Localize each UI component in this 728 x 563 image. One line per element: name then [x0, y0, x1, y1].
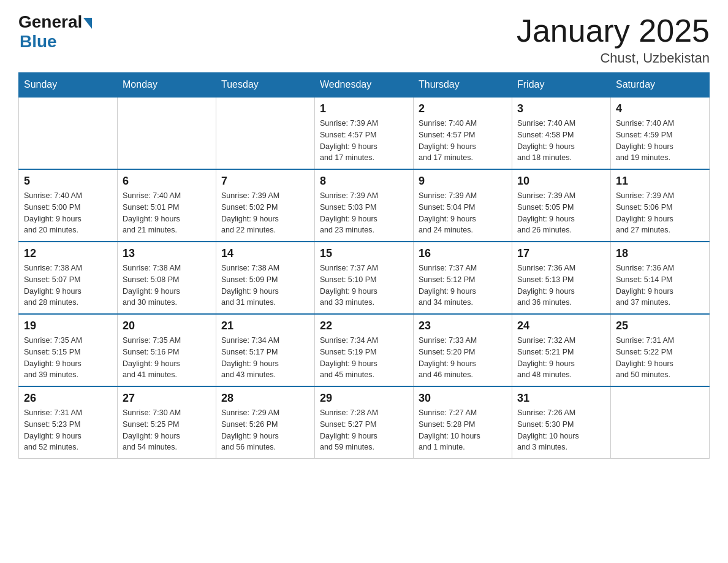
header-cell-saturday: Saturday: [611, 73, 710, 98]
day-number: 19: [24, 320, 112, 332]
day-cell: 25Sunrise: 7:31 AM Sunset: 5:22 PM Dayli…: [611, 314, 710, 386]
day-cell: [611, 386, 710, 459]
calendar-title: January 2025: [517, 12, 710, 49]
day-number: 11: [616, 175, 704, 188]
day-number: 20: [123, 320, 211, 332]
day-cell: 6Sunrise: 7:40 AM Sunset: 5:01 PM Daylig…: [118, 169, 216, 242]
day-number: 24: [517, 320, 605, 332]
header-cell-sunday: Sunday: [19, 73, 118, 98]
day-cell: 28Sunrise: 7:29 AM Sunset: 5:26 PM Dayli…: [216, 386, 315, 459]
day-number: 28: [221, 392, 309, 405]
header-row: SundayMondayTuesdayWednesdayThursdayFrid…: [19, 73, 710, 98]
day-info: Sunrise: 7:32 AM Sunset: 5:21 PM Dayligh…: [517, 335, 605, 381]
day-cell: 19Sunrise: 7:35 AM Sunset: 5:15 PM Dayli…: [19, 314, 118, 386]
day-info: Sunrise: 7:39 AM Sunset: 5:02 PM Dayligh…: [221, 190, 309, 236]
week-row-4: 19Sunrise: 7:35 AM Sunset: 5:15 PM Dayli…: [19, 314, 710, 386]
logo-arrow-icon: [83, 18, 92, 29]
day-info: Sunrise: 7:39 AM Sunset: 5:06 PM Dayligh…: [616, 190, 704, 236]
day-info: Sunrise: 7:33 AM Sunset: 5:20 PM Dayligh…: [419, 335, 507, 381]
day-number: 15: [320, 247, 408, 260]
day-number: 16: [419, 247, 507, 260]
day-cell: 26Sunrise: 7:31 AM Sunset: 5:23 PM Dayli…: [19, 386, 118, 459]
day-cell: 5Sunrise: 7:40 AM Sunset: 5:00 PM Daylig…: [19, 169, 118, 242]
day-cell: 7Sunrise: 7:39 AM Sunset: 5:02 PM Daylig…: [216, 169, 315, 242]
day-number: 27: [123, 392, 211, 405]
day-info: Sunrise: 7:34 AM Sunset: 5:17 PM Dayligh…: [221, 335, 309, 381]
day-info: Sunrise: 7:39 AM Sunset: 4:57 PM Dayligh…: [320, 118, 408, 164]
day-cell: 11Sunrise: 7:39 AM Sunset: 5:06 PM Dayli…: [611, 169, 710, 242]
day-cell: 16Sunrise: 7:37 AM Sunset: 5:12 PM Dayli…: [414, 242, 512, 314]
day-number: 25: [616, 320, 704, 332]
header-cell-friday: Friday: [512, 73, 611, 98]
day-cell: 17Sunrise: 7:36 AM Sunset: 5:13 PM Dayli…: [512, 242, 611, 314]
day-cell: 29Sunrise: 7:28 AM Sunset: 5:27 PM Dayli…: [315, 386, 414, 459]
day-number: 17: [517, 247, 605, 260]
day-cell: 2Sunrise: 7:40 AM Sunset: 4:57 PM Daylig…: [414, 97, 512, 169]
day-info: Sunrise: 7:29 AM Sunset: 5:26 PM Dayligh…: [221, 407, 309, 453]
day-cell: 10Sunrise: 7:39 AM Sunset: 5:05 PM Dayli…: [512, 169, 611, 242]
day-info: Sunrise: 7:30 AM Sunset: 5:25 PM Dayligh…: [123, 407, 211, 453]
logo-general-text: General: [18, 12, 82, 32]
header-cell-thursday: Thursday: [414, 73, 512, 98]
day-number: 1: [320, 102, 408, 115]
day-number: 22: [320, 320, 408, 332]
day-number: 5: [24, 175, 112, 188]
day-cell: 14Sunrise: 7:38 AM Sunset: 5:09 PM Dayli…: [216, 242, 315, 314]
day-info: Sunrise: 7:26 AM Sunset: 5:30 PM Dayligh…: [517, 407, 605, 453]
day-cell: 24Sunrise: 7:32 AM Sunset: 5:21 PM Dayli…: [512, 314, 611, 386]
day-cell: 12Sunrise: 7:38 AM Sunset: 5:07 PM Dayli…: [19, 242, 118, 314]
header-cell-monday: Monday: [118, 73, 216, 98]
header-cell-tuesday: Tuesday: [216, 73, 315, 98]
day-number: 30: [419, 392, 507, 405]
day-number: 26: [24, 392, 112, 405]
day-info: Sunrise: 7:31 AM Sunset: 5:22 PM Dayligh…: [616, 335, 704, 381]
day-info: Sunrise: 7:35 AM Sunset: 5:15 PM Dayligh…: [24, 335, 112, 381]
day-number: 8: [320, 175, 408, 188]
day-cell: 18Sunrise: 7:36 AM Sunset: 5:14 PM Dayli…: [611, 242, 710, 314]
day-cell: 15Sunrise: 7:37 AM Sunset: 5:10 PM Dayli…: [315, 242, 414, 314]
day-info: Sunrise: 7:35 AM Sunset: 5:16 PM Dayligh…: [123, 335, 211, 381]
title-section: January 2025 Chust, Uzbekistan: [517, 12, 710, 66]
day-number: 2: [419, 102, 507, 115]
day-cell: 22Sunrise: 7:34 AM Sunset: 5:19 PM Dayli…: [315, 314, 414, 386]
day-info: Sunrise: 7:34 AM Sunset: 5:19 PM Dayligh…: [320, 335, 408, 381]
day-cell: 9Sunrise: 7:39 AM Sunset: 5:04 PM Daylig…: [414, 169, 512, 242]
day-info: Sunrise: 7:31 AM Sunset: 5:23 PM Dayligh…: [24, 407, 112, 453]
week-row-5: 26Sunrise: 7:31 AM Sunset: 5:23 PM Dayli…: [19, 386, 710, 459]
day-number: 23: [419, 320, 507, 332]
day-info: Sunrise: 7:37 AM Sunset: 5:12 PM Dayligh…: [419, 262, 507, 308]
day-info: Sunrise: 7:39 AM Sunset: 5:04 PM Dayligh…: [419, 190, 507, 236]
day-cell: 21Sunrise: 7:34 AM Sunset: 5:17 PM Dayli…: [216, 314, 315, 386]
calendar-body: 1Sunrise: 7:39 AM Sunset: 4:57 PM Daylig…: [19, 97, 710, 459]
day-info: Sunrise: 7:40 AM Sunset: 4:59 PM Dayligh…: [616, 118, 704, 164]
day-number: 29: [320, 392, 408, 405]
day-number: 31: [517, 392, 605, 405]
header-cell-wednesday: Wednesday: [315, 73, 414, 98]
page-header: General Blue January 2025 Chust, Uzbekis…: [18, 12, 710, 66]
day-cell: 13Sunrise: 7:38 AM Sunset: 5:08 PM Dayli…: [118, 242, 216, 314]
day-info: Sunrise: 7:40 AM Sunset: 4:58 PM Dayligh…: [517, 118, 605, 164]
day-number: 21: [221, 320, 309, 332]
day-info: Sunrise: 7:40 AM Sunset: 4:57 PM Dayligh…: [419, 118, 507, 164]
logo-blue-text: Blue: [20, 32, 57, 52]
day-cell: 8Sunrise: 7:39 AM Sunset: 5:03 PM Daylig…: [315, 169, 414, 242]
day-cell: 20Sunrise: 7:35 AM Sunset: 5:16 PM Dayli…: [118, 314, 216, 386]
day-info: Sunrise: 7:40 AM Sunset: 5:01 PM Dayligh…: [123, 190, 211, 236]
day-number: 14: [221, 247, 309, 260]
day-info: Sunrise: 7:38 AM Sunset: 5:07 PM Dayligh…: [24, 262, 112, 308]
day-info: Sunrise: 7:39 AM Sunset: 5:05 PM Dayligh…: [517, 190, 605, 236]
day-number: 4: [616, 102, 704, 115]
day-number: 13: [123, 247, 211, 260]
day-cell: 27Sunrise: 7:30 AM Sunset: 5:25 PM Dayli…: [118, 386, 216, 459]
week-row-1: 1Sunrise: 7:39 AM Sunset: 4:57 PM Daylig…: [19, 97, 710, 169]
day-number: 18: [616, 247, 704, 260]
calendar-header: SundayMondayTuesdayWednesdayThursdayFrid…: [19, 73, 710, 98]
day-number: 3: [517, 102, 605, 115]
week-row-3: 12Sunrise: 7:38 AM Sunset: 5:07 PM Dayli…: [19, 242, 710, 314]
day-number: 10: [517, 175, 605, 188]
day-info: Sunrise: 7:36 AM Sunset: 5:13 PM Dayligh…: [517, 262, 605, 308]
day-cell: 30Sunrise: 7:27 AM Sunset: 5:28 PM Dayli…: [414, 386, 512, 459]
day-info: Sunrise: 7:38 AM Sunset: 5:09 PM Dayligh…: [221, 262, 309, 308]
day-number: 12: [24, 247, 112, 260]
day-number: 6: [123, 175, 211, 188]
